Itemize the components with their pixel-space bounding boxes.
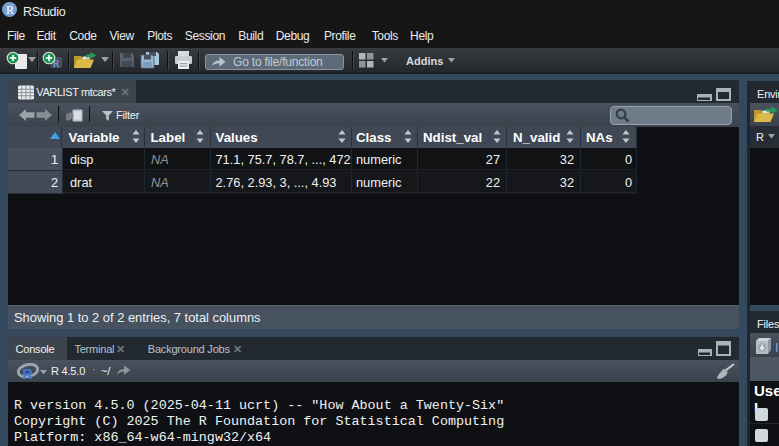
svg-text:R: R [22,365,33,380]
